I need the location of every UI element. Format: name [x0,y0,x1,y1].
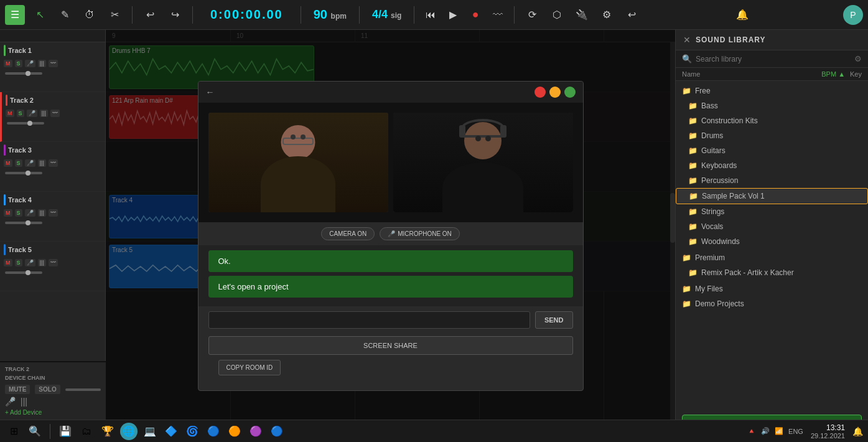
library-folder-premium[interactable]: 📁 Premium [676,250,868,265]
track-mic-3[interactable]: 🎤 [25,159,35,167]
dialog-close-button[interactable] [534,87,546,98]
chat-message-2[interactable]: Let's open a project [208,276,573,298]
library-folder-drums[interactable]: 📁 Drums [676,128,868,143]
track-wave-3[interactable]: 〰 [49,159,58,167]
prev-button[interactable]: ⏮ [422,6,439,24]
taskbar-app2-button[interactable]: 🟠 [226,423,243,440]
dialog-minimize-button[interactable] [549,87,561,98]
track-mixer-4[interactable]: ||| [38,209,47,217]
library-folder-vocals[interactable]: 📁 Vocals [676,219,868,234]
taskbar-search-button[interactable]: 🔍 [26,423,44,440]
track-mute-4[interactable]: M [4,209,12,217]
filter-icon[interactable]: ⚙ [854,54,862,63]
taskbar-save-button[interactable]: 💾 [57,423,74,440]
library-folder-free[interactable]: 📁 Free [676,83,868,98]
library-folder-remix-pack[interactable]: 📁 Remix Pack - Artik x Kacher [676,265,868,280]
taskbar-app1-button[interactable]: 🔵 [205,423,222,440]
clock-tool-button[interactable]: ⏱ [80,5,100,25]
track-mute-2[interactable]: M [6,110,14,117]
wave-button[interactable]: 〰 [489,6,506,24]
track-volume-slider-5[interactable] [5,271,42,274]
library-folder-sample-pack-vol1[interactable]: 📁 Sample Pack Vol 1 [676,188,868,204]
track-mixer-1[interactable]: ||| [38,60,47,67]
bottom-volume-slider[interactable] [65,388,101,391]
back-button[interactable]: ↩ [622,5,642,25]
taskbar-teams-button[interactable]: 🌀 [184,423,201,440]
track-volume-slider-4[interactable] [5,222,42,224]
camera-on-button[interactable]: CAMERA ON [321,227,375,240]
screen-share-button[interactable]: SCREEN SHARE [208,336,573,355]
loop-button[interactable]: ⟳ [522,5,542,25]
track-mute-3[interactable]: M [4,159,12,167]
track-wave-2[interactable]: 〰 [50,110,60,117]
library-folder-construction-kits[interactable]: 📁 Construction Kits [676,113,868,128]
chat-message-1[interactable]: Ok. [208,250,573,272]
microphone-on-button[interactable]: 🎤 MICROPHONE ON [380,227,460,240]
bottom-solo-button[interactable]: SOLO [35,385,60,394]
track-solo-1[interactable]: S [15,60,22,67]
track-mute-1[interactable]: M [4,60,12,67]
bottom-mic-icon[interactable]: 🎤 [5,397,16,407]
track-mic-1[interactable]: 🎤 [25,60,35,67]
library-folder-bass[interactable]: 📁 Bass [676,98,868,113]
col-bpm-label[interactable]: BPM ▲ [821,70,845,78]
track-solo-4[interactable]: S [15,209,22,217]
library-search-input[interactable] [696,55,851,63]
bottom-mute-button[interactable]: MUTE [5,385,30,394]
notification-button[interactable]: 🔔 [732,5,752,25]
plugin-button[interactable]: 🔌 [572,5,592,25]
dialog-back-button[interactable]: ← [206,87,215,97]
taskbar-vscode-button[interactable]: 🔷 [162,423,180,440]
export-button[interactable]: ⬡ [547,5,567,25]
bpm-display[interactable]: 90 bpm [314,7,347,22]
volume-icon[interactable]: 🔊 [761,427,770,435]
taskbar-code-button[interactable]: 💻 [141,423,159,440]
dialog-maximize-button[interactable] [564,87,576,98]
settings-button[interactable]: ⚙ [597,5,617,25]
track-mic-2[interactable]: 🎤 [27,110,37,117]
copy-room-id-button[interactable]: COPY ROOM ID [218,360,281,375]
track-wave-4[interactable]: 〰 [49,209,58,217]
cursor-tool-button[interactable]: ↖ [30,5,50,25]
taskbar-app4-button[interactable]: 🔵 [268,423,286,440]
send-button[interactable]: SEND [535,311,573,329]
scissors-tool-button[interactable]: ✂ [105,5,124,25]
track-mixer-3[interactable]: ||| [38,159,47,167]
track-solo-2[interactable]: S [17,110,24,117]
track-volume-slider-2[interactable] [7,122,44,125]
track-mixer-2[interactable]: ||| [40,110,49,117]
chat-input[interactable] [208,311,530,329]
taskbar-notification-icon[interactable]: 🔔 [852,426,863,436]
bottom-eq-icon[interactable]: ||| [21,397,27,407]
track-mic-4[interactable]: 🎤 [25,209,35,217]
library-folder-woodwinds[interactable]: 📁 Woodwinds [676,234,868,249]
redo-button[interactable]: ↪ [165,5,185,25]
taskbar-trophy-button[interactable]: 🏆 [99,423,116,440]
taskbar-start-button[interactable]: ⊞ [5,423,22,440]
library-close-button[interactable]: ✕ [683,35,691,45]
track-mixer-5[interactable]: ||| [38,259,47,266]
track-mute-5[interactable]: M [4,259,12,266]
add-device-button[interactable]: + Add Device [5,409,101,416]
taskbar-app3-button[interactable]: 🟣 [247,423,264,440]
track-mic-5[interactable]: 🎤 [25,259,35,266]
time-signature-display[interactable]: 4/4 sig [372,8,401,21]
track-solo-5[interactable]: S [15,259,22,266]
taskbar-browser-button[interactable]: 🌐 [120,423,138,440]
library-folder-demo-projects[interactable]: 📁 Demo Projects [676,296,868,311]
track-wave-1[interactable]: 〰 [49,60,58,67]
library-folder-keyboards[interactable]: 📁 Keyboards [676,158,868,173]
track-volume-slider-1[interactable] [5,72,42,75]
undo-button[interactable]: ↩ [140,5,160,25]
track-solo-3[interactable]: S [15,159,22,167]
library-folder-my-files[interactable]: 📁 My Files [676,281,868,296]
library-folder-percussion[interactable]: 📁 Percussion [676,173,868,188]
pencil-tool-button[interactable]: ✎ [55,5,75,25]
play-button[interactable]: ▶ [444,6,462,24]
track-volume-slider-3[interactable] [5,172,42,174]
network-icon[interactable]: 📶 [775,427,783,435]
menu-button[interactable]: ☰ [5,5,25,25]
user-avatar[interactable]: P [843,5,863,25]
library-folder-strings[interactable]: 📁 Strings [676,204,868,219]
track-wave-5[interactable]: 〰 [49,259,58,266]
